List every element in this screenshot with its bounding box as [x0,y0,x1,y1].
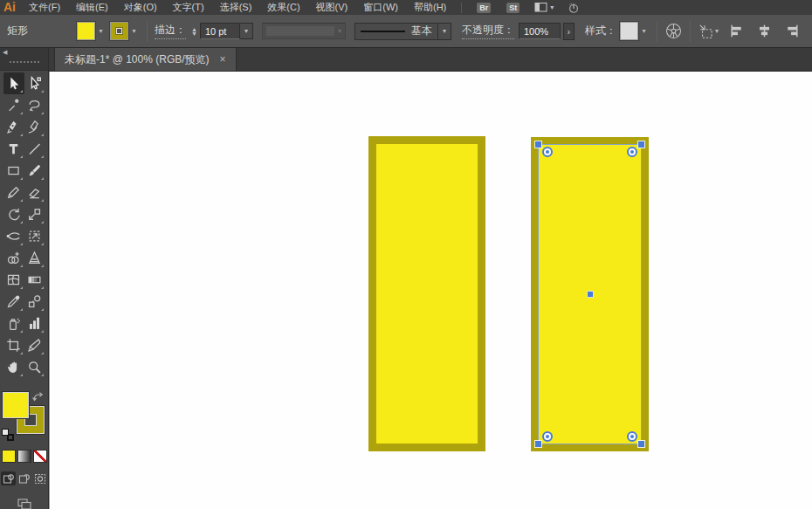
align-right-icon[interactable] [783,24,800,38]
menu-item-2[interactable]: 编辑(E) [68,1,116,14]
chevron-down-icon: ▾ [550,4,554,11]
default-fill-mini [2,429,9,436]
width-tool[interactable] [3,225,24,247]
artboard-tool[interactable] [3,334,24,356]
menu-item-1[interactable]: 文件(F) [21,1,68,14]
free-transform-tool[interactable] [24,225,45,247]
magic-wand-tool[interactable] [3,94,24,116]
stock-button[interactable]: St [506,3,520,13]
style-chevron-down-icon[interactable]: ▾ [638,28,650,35]
draw-inside-button[interactable] [32,471,47,485]
menu-item-7[interactable]: 视图(V) [308,1,356,14]
canvas[interactable] [49,72,812,509]
shape-builder-tool[interactable] [3,247,24,269]
canvas-rectangle-1[interactable] [368,136,485,451]
screen-mode-button[interactable] [0,498,48,509]
opacity-panel-link[interactable]: 不透明度： [462,23,514,39]
draw-normal-button[interactable] [1,471,16,485]
stroke-chevron-down-icon[interactable]: ▾ [128,28,140,35]
workspace-switcher[interactable]: ▾ [534,2,554,13]
stepper-down-icon[interactable]: ▼ [191,31,197,36]
line-segment-icon [27,141,42,156]
stroke-weight-input[interactable]: 10 pt [200,23,240,39]
stroke-swatch-hole [116,28,122,34]
type-tool[interactable] [3,138,24,160]
collapse-panel-icon[interactable]: ◀ [3,49,7,56]
corner-widget-top-right[interactable] [627,147,637,157]
shape-builder-icon [6,251,21,265]
align-center-icon[interactable] [756,24,773,38]
align-left-icon[interactable] [729,24,746,38]
style-swatch[interactable] [620,22,638,40]
pencil-tool[interactable] [3,182,24,203]
lasso-tool[interactable] [24,94,45,116]
fill-indicator[interactable] [3,392,29,418]
menu-item-8[interactable]: 窗口(W) [355,1,406,14]
eyedropper-tool[interactable] [3,291,24,313]
selection-handle-bottom-left[interactable] [535,441,541,447]
hand-tool[interactable] [3,356,24,378]
curvature-tool[interactable] [24,116,45,138]
magic-wand-icon [6,98,21,113]
stroke-weight-dropdown[interactable]: ▾ [240,23,253,39]
paint-style-buttons [0,450,48,463]
column-graph-tool[interactable] [24,313,45,334]
line-segment-tool[interactable] [24,138,45,160]
gradient-tool[interactable] [24,269,45,291]
blend-tool[interactable] [24,291,45,313]
transform-options-button[interactable]: ▾ [698,23,719,40]
fill-chevron-down-icon[interactable]: ▾ [95,28,107,35]
none-button[interactable] [33,450,47,463]
draw-behind-button[interactable] [17,471,31,485]
perspective-grid-tool[interactable] [24,247,45,269]
opacity-input[interactable]: 100% [519,23,561,39]
selection-tool[interactable] [3,72,24,94]
corner-widget-bottom-right[interactable] [627,431,637,442]
recolor-artwork-button[interactable] [664,22,683,40]
symbol-sprayer-tool[interactable] [3,313,24,334]
paintbrush-tool[interactable] [24,160,45,182]
stroke-panel-link[interactable]: 描边： [155,23,186,39]
menu-item-5[interactable]: 选择(S) [212,1,260,14]
corner-widget-top-left[interactable] [542,147,553,157]
transform-chevron-down-icon[interactable]: ▾ [715,28,719,35]
canvas-rectangle-2[interactable] [531,137,649,451]
selection-handle-bottom-right[interactable] [638,441,644,447]
document-tab[interactable]: 未标题-1* @ 100% (RGB/预览) × [54,48,237,71]
brush-chevron-down-icon[interactable]: ▾ [438,23,451,40]
bridge-button[interactable]: Br [477,3,491,13]
close-icon[interactable]: × [220,54,226,65]
rectangle-tool[interactable] [3,160,24,182]
slice-tool[interactable] [24,334,45,356]
column-graph-icon [27,316,42,331]
corner-widget-bottom-left[interactable] [542,431,553,442]
menu-item-9[interactable]: 帮助(H) [406,1,454,14]
menu-item-4[interactable]: 文字(T) [165,1,212,14]
power-icon [568,2,580,14]
scale-tool[interactable] [24,203,45,225]
direct-selection-tool[interactable] [24,72,45,94]
menu-item-6[interactable]: 效果(C) [259,1,307,14]
opacity-expand-button[interactable]: › [563,23,575,40]
selection-handle-top-left[interactable] [535,141,541,148]
eraser-tool[interactable] [24,182,45,203]
stroke-weight-stepper[interactable]: ▲ ▼ [191,27,197,36]
draw-inside-icon [34,473,46,485]
cs-live-button[interactable] [568,2,580,14]
mesh-tool[interactable] [3,269,24,291]
rotate-tool[interactable] [3,203,24,225]
default-fill-stroke-icon[interactable] [2,429,14,441]
stroke-color-swatch[interactable] [110,22,128,40]
color-button[interactable] [2,450,16,463]
object-center-point[interactable] [588,292,593,297]
brush-definition-dropdown[interactable]: 基本 [354,23,438,40]
swap-fill-stroke-icon[interactable] [32,390,45,406]
zoom-tool[interactable] [24,356,45,378]
menu-item-3[interactable]: 对象(O) [116,1,165,14]
gradient-button[interactable] [17,450,31,463]
draw-behind-icon [18,473,31,485]
panel-drag-grip[interactable] [10,61,39,63]
pen-tool[interactable] [3,116,24,138]
fill-color-swatch[interactable] [77,22,95,40]
selection-handle-top-right[interactable] [638,141,644,148]
